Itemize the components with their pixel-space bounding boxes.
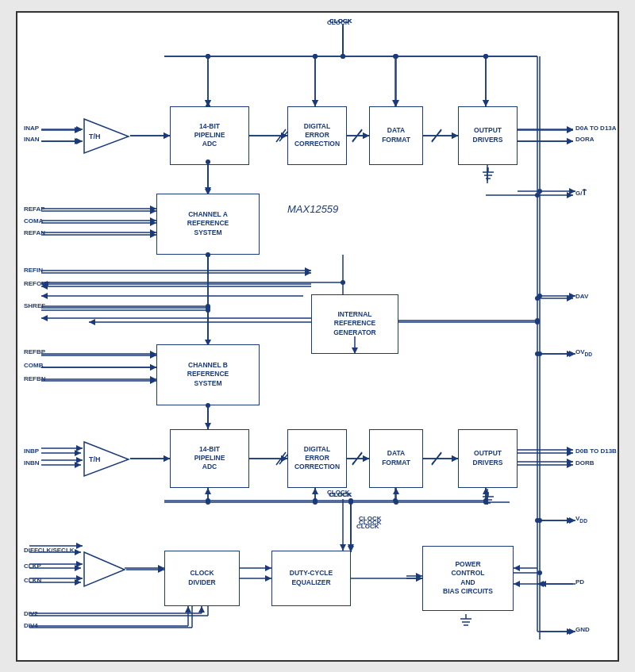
svg-point-159 [341, 280, 345, 285]
fmt-b-block: DATAFORMAT [369, 429, 423, 488]
refout-label: REFOUT [24, 280, 50, 287]
svg-text:T/H: T/H [89, 455, 101, 463]
clkn-label: CLKN [24, 577, 41, 584]
svg-marker-29 [164, 132, 170, 139]
svg-marker-345 [185, 606, 191, 612]
svg-marker-108 [567, 351, 573, 357]
svg-marker-282 [567, 447, 573, 453]
svg-line-274 [276, 452, 286, 465]
svg-marker-314 [569, 517, 575, 524]
svg-marker-200 [340, 544, 346, 551]
svg-marker-279 [452, 455, 458, 462]
svg-marker-114 [537, 581, 544, 587]
svg-line-78 [432, 453, 441, 464]
th-buffer-b: T/H [83, 440, 130, 478]
svg-point-247 [206, 304, 210, 309]
refan-label: REFAN [24, 229, 45, 236]
clock-top-label: CLOCK [327, 19, 349, 26]
svg-marker-233 [76, 138, 83, 144]
inan-label: INAN [24, 136, 40, 143]
ground-b [480, 492, 496, 511]
svg-point-213 [394, 54, 398, 59]
pwr-ctrl-block: POWERCONTROLANDBIAS CIRCUITS [422, 546, 514, 611]
svg-marker-57 [150, 378, 156, 384]
svg-marker-111 [567, 517, 573, 524]
fmt-a-block: DATAFORMAT [369, 106, 423, 165]
svg-marker-53 [150, 351, 156, 357]
svg-point-156 [348, 498, 353, 503]
refap-label: REFAP [24, 205, 45, 213]
svg-point-106 [535, 296, 540, 301]
adc-a-block: 14-BITPIPELINEADC [170, 106, 249, 165]
svg-marker-80 [567, 450, 573, 456]
out-a-block: OUTPUTDRIVERS [458, 106, 518, 165]
svg-marker-21 [567, 127, 573, 133]
svg-point-216 [483, 54, 488, 59]
div2-label: DIV2 [24, 610, 38, 617]
svg-marker-27 [75, 138, 81, 144]
svg-marker-82 [567, 462, 573, 468]
svg-marker-35 [150, 232, 156, 238]
svg-marker-123 [75, 565, 81, 571]
svg-point-309 [537, 294, 542, 298]
svg-marker-339 [416, 575, 422, 582]
svg-marker-69 [164, 455, 170, 462]
svg-marker-55 [150, 364, 156, 371]
svg-marker-77 [452, 455, 458, 462]
th-buffer-a: T/H [83, 117, 130, 155]
svg-line-277 [352, 452, 362, 465]
svg-point-207 [206, 54, 210, 59]
svg-marker-18 [452, 132, 458, 139]
shref-label: SHREF [24, 302, 45, 309]
diagram-container: CLOCK CLOCK CLOCK MAX12559 T/H 14-BITPIP… [16, 11, 619, 662]
svg-marker-267 [76, 445, 83, 451]
svg-marker-342 [198, 606, 205, 612]
svg-marker-227 [567, 126, 573, 132]
svg-marker-105 [567, 295, 573, 301]
svg-point-47 [206, 308, 210, 313]
svg-marker-203 [416, 575, 422, 582]
svg-marker-262 [150, 376, 156, 382]
svg-marker-306 [569, 188, 575, 194]
pd-label: PD [575, 578, 584, 586]
svg-point-315 [537, 518, 542, 523]
svg-marker-260 [150, 364, 156, 371]
ref-b-block: CHANNEL BREFERENCESYSTEM [156, 344, 260, 405]
svg-line-16 [352, 130, 362, 141]
svg-marker-239 [150, 217, 156, 224]
svg-line-222 [352, 129, 362, 142]
svg-point-312 [537, 351, 542, 356]
svg-marker-308 [569, 293, 575, 299]
gt-bar-label: G/T̄ [575, 190, 587, 197]
svg-marker-224 [452, 132, 458, 139]
ovdd-label: OVDD [575, 348, 592, 357]
svg-marker-319 [514, 581, 520, 587]
svg-marker-296 [393, 488, 399, 494]
refin-label: REFIN [24, 267, 43, 274]
svg-marker-241 [150, 229, 156, 236]
chip-label: MAX12559 [287, 203, 338, 215]
svg-marker-116 [567, 628, 573, 635]
svg-marker-269 [76, 457, 83, 463]
svg-marker-129 [265, 565, 271, 571]
svg-marker-125 [75, 579, 81, 586]
svg-marker-5 [312, 100, 318, 106]
svg-marker-215 [483, 100, 489, 106]
svg-marker-331 [76, 561, 83, 567]
svg-point-166 [206, 305, 210, 310]
svg-marker-71 [281, 455, 287, 462]
svg-marker-231 [76, 126, 83, 132]
svg-line-219 [276, 129, 286, 142]
dora-label: DORA [575, 136, 595, 143]
adc-b-block: 14-BITPIPELINEADC [170, 429, 249, 488]
svg-marker-145 [514, 565, 520, 571]
int-ref-block: INTERNALREFERENCEGENERATOR [311, 294, 398, 354]
svg-marker-175 [305, 270, 311, 276]
div4-label: DIV4 [24, 622, 38, 629]
dec-a-block: DIGITALERRORCORRECTION [287, 106, 347, 165]
svg-point-323 [537, 570, 542, 575]
svg-marker-51 [89, 319, 95, 325]
svg-point-150 [313, 54, 318, 59]
svg-marker-333 [76, 575, 83, 582]
svg-marker-45 [41, 293, 48, 299]
